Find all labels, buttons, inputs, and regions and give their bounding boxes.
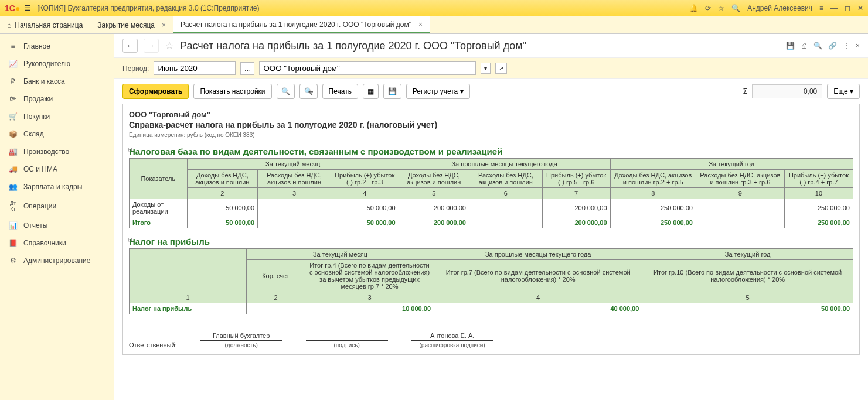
col-num: 1 [130, 292, 247, 303]
col-num: 9 [696, 188, 784, 199]
search-icon[interactable]: 🔍 [731, 4, 740, 12]
sub-col: Расходы без НДС, акцизов и пошлин гр.3 +… [696, 170, 784, 188]
sidebar-item-label: Склад [23, 130, 44, 138]
sidebar-item-label: ОС и НМА [23, 165, 57, 173]
show-settings-button[interactable]: Показать настройки [193, 84, 271, 99]
report-unit: Единица измерения: рубль (код по ОКЕИ 38… [129, 132, 853, 138]
table-tax-base: Показатель За текущий месяц За прошлые м… [129, 158, 853, 228]
close-icon[interactable]: × [162, 21, 166, 29]
sidebar-item-label: Главное [23, 42, 50, 50]
sigma-value: 0,00 [752, 84, 822, 98]
register-button[interactable]: Регистр учета ▾ [406, 84, 470, 99]
col-num: 3 [305, 292, 434, 303]
col-num: 2 [247, 292, 305, 303]
sidebar-item-refs[interactable]: 📕Справочники [0, 234, 114, 252]
find-clear-button[interactable]: 🔍̶ [299, 84, 318, 99]
history-icon[interactable]: ⟳ [705, 4, 711, 12]
report-org: ООО "Торговый дом" [129, 110, 853, 119]
tab-tax-report-label: Расчет налога на прибыль за 1 полугодие … [181, 20, 411, 29]
sub-col: Доходы без НДС, акцизов и пошлин [399, 170, 469, 188]
period-label: Период: [122, 64, 149, 73]
col-num: 10 [784, 188, 853, 199]
col-past-months: За прошлые месяцы текущего года [434, 249, 642, 260]
save-icon[interactable]: 💾 [786, 42, 795, 50]
sidebar-item-bank[interactable]: ₽Банк и касса [0, 73, 114, 90]
sidebar-item-reports[interactable]: 📊Отчеты [0, 217, 114, 234]
section1-title: Налоговая база по видам деятельности, св… [129, 146, 853, 158]
sub-col: Доходы без НДС, акцизов и пошлин [187, 170, 257, 188]
sidebar-item-label: Администрирование [23, 257, 90, 265]
sidebar-item-sales[interactable]: 🛍Продажи [0, 90, 114, 108]
org-dropdown-button[interactable]: ▾ [481, 63, 491, 74]
filter-icon[interactable]: ≡ [819, 4, 823, 12]
more-icon[interactable]: ⋮ [843, 42, 850, 50]
form-button[interactable]: Сформировать [122, 84, 189, 99]
close-window-icon[interactable]: ✕ [857, 4, 863, 12]
table-row-total: Налог на прибыль 10 000,00 40 000,00 50 … [130, 303, 853, 314]
sidebar: ≡Главное 📈Руководителю ₽Банк и касса 🛍Пр… [0, 34, 114, 400]
more-button[interactable]: Еще ▾ [827, 84, 860, 99]
tab-closing[interactable]: Закрытие месяца × [90, 16, 173, 33]
bell-icon[interactable]: 🔔 [689, 4, 698, 12]
sidebar-item-operations[interactable]: ДтКтОперации [0, 196, 114, 217]
period-picker-button[interactable]: … [240, 62, 254, 75]
find-button[interactable]: 🔍 [277, 84, 295, 99]
list-icon: ≡ [8, 42, 18, 50]
sidebar-item-production[interactable]: 🏭Производство [0, 143, 114, 160]
export-button[interactable]: ▦ [363, 84, 379, 99]
collapse-icon[interactable]: ⊟ [128, 237, 132, 242]
people-icon: 👥 [8, 183, 18, 191]
link-icon[interactable]: 🔗 [828, 42, 837, 50]
print-icon[interactable]: 🖨 [801, 42, 808, 50]
sidebar-item-stock[interactable]: 📦Склад [0, 125, 114, 143]
favorite-icon[interactable]: ☆ [165, 39, 174, 52]
close-icon[interactable]: × [856, 42, 860, 50]
user-name[interactable]: Андрей Алексеевич [747, 4, 812, 12]
back-button[interactable]: ← [122, 39, 138, 53]
sidebar-item-label: Отчеты [23, 221, 47, 230]
sidebar-item-salary[interactable]: 👥Зарплата и кадры [0, 178, 114, 196]
sidebar-item-main[interactable]: ≡Главное [0, 37, 114, 55]
table-profit-tax: За текущий месяц За прошлые месяцы текущ… [129, 248, 853, 314]
col-cur-year: За текущий год [610, 159, 853, 170]
name-label: (расшифровка подписи) [411, 340, 493, 348]
minimize-icon[interactable]: — [830, 4, 838, 12]
col-cur-year: За текущий год [642, 249, 853, 260]
star-icon[interactable]: ☆ [718, 4, 724, 12]
print-button[interactable]: Печать [322, 84, 358, 99]
sidebar-item-label: Руководителю [23, 60, 70, 68]
box-icon: 📦 [8, 130, 18, 138]
col-num: 5 [642, 292, 853, 303]
period-input[interactable] [154, 61, 236, 75]
col-num: 3 [258, 188, 331, 199]
org-input[interactable] [259, 61, 476, 75]
factory-icon: 🏭 [8, 148, 18, 156]
close-icon[interactable]: × [418, 20, 423, 29]
section2-title: Налог на прибыль [129, 237, 853, 248]
sigma-icon: Σ [743, 87, 747, 95]
preview-icon[interactable]: 🔍 [813, 42, 822, 50]
tab-home-label: Начальная страница [15, 21, 83, 29]
col-cur-month: За текущий месяц [187, 159, 399, 170]
tab-home[interactable]: ⌂ Начальная страница [0, 16, 90, 33]
table-row-total: Итого 50 000,00 50 000,00 200 000,00 200… [130, 217, 853, 228]
sidebar-item-assets[interactable]: 🚚ОС и НМА [0, 160, 114, 178]
table-row: Доходы от реализации 50 000,00 50 000,00… [130, 199, 853, 217]
org-open-button[interactable]: ↗ [495, 63, 507, 74]
save-report-button[interactable]: 💾 [383, 84, 401, 99]
tab-tax-report[interactable]: Расчет налога на прибыль за 1 полугодие … [173, 16, 430, 33]
menu-icon[interactable]: ☰ [25, 4, 31, 12]
bag-icon: 🛍 [8, 95, 18, 103]
sub-col: Прибыль (+) убыток (-) гр.5 - гр.6 [542, 170, 610, 188]
collapse-icon[interactable]: ⊟ [128, 146, 132, 152]
sidebar-item-purchases[interactable]: 🛒Покупки [0, 108, 114, 125]
forward-button[interactable]: → [144, 39, 159, 53]
sidebar-item-admin[interactable]: ⚙Администрирование [0, 252, 114, 269]
cart-icon: 🛒 [8, 112, 18, 121]
sidebar-item-label: Производство [23, 148, 69, 156]
position-label: (должность) [200, 340, 282, 348]
sub-col-m: Итог гр.4 (Всего по видам деятельности с… [305, 260, 434, 292]
maximize-icon[interactable]: ◻ [845, 4, 850, 12]
sidebar-item-manager[interactable]: 📈Руководителю [0, 55, 114, 73]
truck-icon: 🚚 [8, 165, 18, 173]
